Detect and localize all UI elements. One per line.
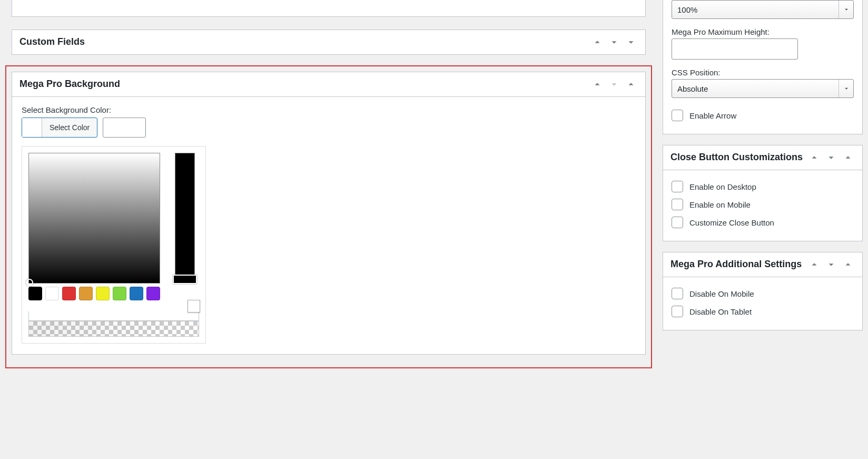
alpha-slider[interactable] [28,321,199,337]
mega-pro-size-panel: 100% Mega Pro Maximum Height: CSS Positi… [663,0,863,134]
move-up-icon[interactable] [590,35,604,49]
move-down-icon[interactable] [824,258,838,271]
color-picker [22,146,206,344]
max-height-input[interactable] [672,38,798,60]
palette-swatch-2[interactable] [62,287,76,300]
enable-mobile-checkbox[interactable] [672,199,683,210]
color-hex-input[interactable] [103,118,146,138]
additional-settings-title: Mega Pro Additional Settings [670,258,807,271]
palette-swatch-6[interactable] [130,287,143,300]
additional-settings-panel: Mega Pro Additional Settings Disa [663,252,863,330]
css-position-select[interactable]: Absolute [672,79,854,98]
disable-mobile-label: Disable On Mobile [689,289,754,298]
saturation-cursor-icon[interactable] [26,279,33,286]
mega-pro-background-panel: Mega Pro Background Select [12,72,646,355]
hue-slider[interactable] [175,153,195,284]
toggle-collapse-icon[interactable] [841,151,855,164]
palette-swatch-7[interactable] [146,287,160,300]
customize-close-label: Customize Close Button [689,218,774,227]
disable-tablet-label: Disable On Tablet [689,307,752,316]
move-down-icon[interactable] [824,151,838,164]
palette-swatch-5[interactable] [113,287,126,300]
enable-desktop-checkbox[interactable] [672,181,683,192]
custom-fields-title: Custom Fields [19,35,590,48]
move-up-icon[interactable] [807,258,821,271]
enable-desktop-label: Enable on Desktop [689,182,756,191]
bg-color-label: Select Background Color: [22,105,636,114]
toggle-collapse-icon[interactable] [624,77,638,91]
enable-arrow-label: Enable Arrow [689,111,736,120]
editor-top-stub [12,0,646,17]
color-palette [28,287,199,300]
close-button-title: Close Button Customizations [670,151,807,164]
saturation-panel[interactable] [28,153,160,284]
palette-swatch-0[interactable] [28,287,42,300]
mega-pro-background-highlight: Mega Pro Background Select [5,65,652,368]
hue-cursor-icon[interactable] [173,275,197,284]
move-down-icon[interactable] [607,77,621,91]
move-up-icon[interactable] [807,151,821,164]
customize-close-checkbox[interactable] [672,217,683,228]
move-up-icon[interactable] [590,77,604,91]
palette-swatch-1[interactable] [45,287,59,300]
enable-arrow-checkbox[interactable] [672,110,683,121]
css-position-label: CSS Position: [672,68,854,77]
chevron-down-icon [839,80,853,97]
select-color-label: Select Color [42,118,97,137]
alpha-track-top [28,311,199,321]
width-select-value: 100% [677,5,697,14]
max-height-label: Mega Pro Maximum Height: [672,27,854,36]
select-color-button[interactable]: Select Color [22,118,97,138]
mega-pro-background-title: Mega Pro Background [19,77,590,91]
move-down-icon[interactable] [607,35,621,49]
custom-fields-panel: Custom Fields [12,30,646,55]
toggle-collapse-icon[interactable] [841,258,855,271]
chevron-down-icon [839,1,853,18]
width-select[interactable]: 100% [672,0,854,19]
alpha-thumb[interactable] [188,300,200,312]
palette-swatch-3[interactable] [79,287,93,300]
disable-tablet-checkbox[interactable] [672,306,683,317]
css-position-value: Absolute [677,84,708,93]
current-color-swatch [22,118,42,137]
disable-mobile-checkbox[interactable] [672,288,683,299]
palette-swatch-4[interactable] [96,287,110,300]
close-button-panel: Close Button Customizations Enabl [663,145,863,241]
enable-mobile-label: Enable on Mobile [689,200,751,209]
toggle-collapse-icon[interactable] [624,35,638,49]
